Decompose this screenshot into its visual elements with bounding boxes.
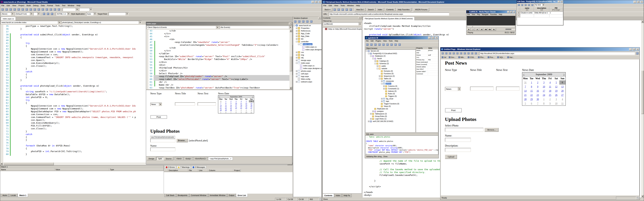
pgadmin-tree-item[interactable]: - haruhi (366, 57, 416, 60)
pgadmin-tree-item[interactable]: - PostgreSQL 8.3 (localhost:5432) (366, 52, 416, 55)
tree-expander-icon[interactable]: + (381, 80, 382, 82)
calendar-date[interactable]: 23 (535, 93, 541, 97)
font-name-combo[interactable]: (Default Font) (14, 12, 33, 15)
add-connection-icon[interactable] (366, 43, 369, 46)
code-line[interactable]: 63 <asp:TextBox ID="photoName" runat="se… (148, 86, 290, 89)
panel-tab[interactable]: Autos (1, 194, 9, 197)
row-header[interactable]: * (517, 14, 520, 17)
tree-expander-icon[interactable]: + (381, 100, 382, 102)
tree-expander-icon[interactable]: + (296, 54, 297, 56)
menu-item[interactable]: Edit (328, 4, 333, 7)
new-file-icon[interactable] (1, 8, 4, 11)
row-limit-combo[interactable]: No limit (534, 3, 545, 6)
history-icon[interactable] (467, 52, 470, 55)
font-size-icon[interactable] (349, 8, 352, 11)
code-line[interactable]: 53 BackColor="White" BorderStyle="Ridge"… (148, 58, 290, 61)
view-button[interactable]: Split (156, 157, 164, 160)
favorites-link[interactable]: Pho... (477, 56, 486, 58)
tree-expander-icon[interactable]: + (368, 121, 370, 122)
calendar-date[interactable]: 31 (522, 80, 528, 85)
pid-column-header[interactable]: PID[PK] integer (550, 7, 563, 12)
calendar-date[interactable]: 10 (234, 102, 238, 105)
object-browser-caption[interactable]: Object browser (365, 47, 416, 50)
solution-tree-item[interactable]: + photos.aspx (293, 70, 322, 72)
save-icon[interactable] (9, 8, 12, 11)
calendar-date[interactable]: 17 (541, 89, 547, 93)
solution-tree-item[interactable]: + Properties (293, 27, 322, 29)
solution-tree-item[interactable]: + App_Code (293, 32, 322, 35)
maximize-button[interactable]: □ (432, 36, 434, 39)
contents-tab[interactable]: Contents (323, 194, 334, 197)
description-cell[interactable]: Delta 400 @ iso 1 (534, 12, 550, 14)
editor-margin[interactable] (146, 29, 148, 89)
calendar-date[interactable]: 18 (547, 89, 553, 93)
tree-expander-icon[interactable]: - (366, 50, 367, 52)
pgadmin-tree-item[interactable]: Trigger Functions (0) (366, 103, 416, 105)
aspx-source-editor[interactable]: 43 </td> 44 </tr> 45 <tr> 46 (146, 29, 292, 89)
menu-item[interactable]: File (466, 13, 471, 15)
menu-item[interactable]: File (322, 4, 328, 7)
error-list-column-header[interactable]: File (188, 169, 198, 172)
calendar-date[interactable]: 8 (528, 85, 535, 89)
panel-tab[interactable]: Command Window (189, 194, 208, 197)
toolbar-text-button[interactable]: Help Favorites (396, 8, 412, 11)
menu-item[interactable]: Play (476, 13, 481, 15)
pgadmin-tree-item[interactable]: + Tablespaces (2) (366, 113, 416, 115)
property-row[interactable]: Inherits tables (416, 66, 438, 68)
back-button[interactable]: Back (323, 8, 332, 11)
nest-related-files-icon[interactable] (301, 20, 305, 23)
property-row[interactable]: OID (416, 52, 438, 54)
upload-button[interactable]: Upload (445, 155, 457, 159)
calendar-date[interactable]: 20 (559, 89, 566, 93)
view-code-icon[interactable] (306, 20, 309, 23)
calendar-date[interactable]: 9 (547, 101, 553, 106)
calendar-date[interactable]: 10 (244, 111, 249, 113)
tree-expander-icon[interactable]: + (296, 57, 297, 58)
underline-icon[interactable] (50, 12, 54, 15)
menu-item[interactable]: Help (498, 13, 503, 15)
menu-item[interactable]: Build (26, 4, 32, 7)
pgadmin-tree-item[interactable]: + public (366, 65, 416, 67)
panel-tab[interactable]: Output (227, 194, 236, 197)
tree-expander-icon[interactable]: - (372, 58, 374, 59)
calendar-date[interactable]: 30 (228, 109, 234, 111)
calendar-date[interactable]: 14 (522, 89, 528, 93)
calendar-date[interactable]: 29 (223, 109, 228, 111)
home-icon[interactable] (345, 8, 348, 11)
italic-icon[interactable] (46, 12, 50, 15)
menu-item[interactable]: File (0, 4, 6, 7)
pgadmin-tree-item[interactable]: Group Roles (0) (366, 115, 416, 118)
tree-expander-icon[interactable]: + (374, 60, 376, 62)
solution-tree-item[interactable]: index.aspx.designer.cs (293, 48, 322, 51)
favorites-link[interactable]: SQL... (496, 56, 506, 58)
calendar-date[interactable]: 8 (223, 102, 228, 105)
solution-tree-item[interactable]: index.aspx.cs (293, 45, 322, 48)
pgadmin-tree-item[interactable]: Rules (0) (366, 92, 416, 95)
method-name-combo[interactable]: photoUpload_Click(object sender, EventAr… (61, 21, 142, 24)
solution-tree-item[interactable]: + design.aspx (293, 59, 322, 62)
watch-column-header[interactable]: Value (55, 168, 109, 171)
pgadmin-tree-item[interactable]: - website (366, 67, 416, 70)
backup-icon[interactable] (394, 43, 397, 46)
property-row[interactable]: Rows (counted) (416, 64, 438, 66)
calendar-date[interactable]: 12 (244, 102, 249, 105)
calendar-date[interactable]: 4 (249, 109, 254, 111)
row-header[interactable]: 1 (517, 12, 520, 14)
photo-name-input[interactable] (445, 138, 471, 142)
solution-tree-item[interactable]: + obj (293, 56, 322, 59)
resize-grip[interactable] (637, 197, 639, 199)
news-title-input[interactable] (175, 102, 195, 106)
menu-item[interactable]: Tools (388, 40, 394, 42)
calendar-next-icon[interactable]: > (251, 96, 254, 98)
calendar-date[interactable]: 9 (239, 111, 244, 113)
panel-tab[interactable]: Watch 1 (18, 194, 28, 197)
code-line[interactable]: 54 </div> (148, 61, 290, 64)
solution-tree-item[interactable]: - index.aspx (293, 43, 322, 45)
calendar-date[interactable]: 5 (553, 80, 559, 85)
rewind-icon[interactable]: ◀◀ (484, 28, 488, 31)
error-list-column-header[interactable]: Column (208, 169, 233, 172)
close-button[interactable]: × (640, 1, 643, 3)
view-data-icon[interactable] (382, 43, 385, 46)
close-button[interactable]: × (513, 11, 515, 13)
tree-expander-icon[interactable]: + (296, 81, 297, 83)
